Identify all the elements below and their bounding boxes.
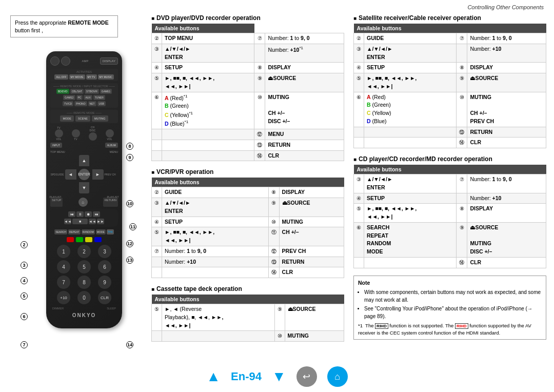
cassette-header: Available buttons	[152, 295, 344, 304]
row-label: SETUP	[162, 217, 269, 227]
callout-5: 5	[21, 292, 28, 300]
note-list: With some components, certain buttons ma…	[358, 288, 542, 320]
row-num: ⑧	[254, 63, 265, 73]
vcr-section-title: VCR/PVR operation	[151, 168, 344, 175]
table-row: ⑭ CLR	[354, 257, 546, 268]
callout-13: 13	[126, 257, 133, 264]
row-num: ⑫	[254, 129, 265, 140]
row-label: ⏏SOURCE	[467, 73, 546, 92]
table-row: ⑥ A (Red) B (Green) C (Yellow) D (Blue) …	[354, 92, 546, 127]
callout-10: 10	[126, 200, 133, 207]
row-label: DISPLAY	[467, 204, 546, 223]
row-num: ⑨	[268, 198, 279, 217]
row-label: CLR	[265, 150, 344, 161]
back-button[interactable]: ↩	[296, 366, 317, 387]
row-label: Number: +10	[467, 193, 546, 204]
row-label	[254, 44, 265, 63]
table-row: ⑤ ►, ■■, ■, ◄◄, ►►, ◄◄, ►►| ⑨ ⏏SOURCE	[152, 73, 344, 92]
row-label: ►, ■■, ■, ◄◄, ►►,◄◄, ►►|	[364, 204, 457, 223]
table-row: ⑬ RETURN	[354, 127, 546, 138]
row-num: ②	[354, 33, 364, 44]
row-label: Number: 1 to 9, 0	[467, 33, 546, 44]
row-num: ②	[152, 187, 162, 198]
row-num: ③	[354, 174, 364, 193]
row-num: ⑥	[152, 92, 162, 129]
row-label: RETURN	[265, 140, 344, 150]
row-num: ⑭	[457, 138, 467, 148]
callout-9: 9	[126, 154, 133, 161]
row-num: ⑦	[457, 174, 467, 193]
row-label: TOP MENU	[162, 33, 254, 44]
table-row: ⑬ RETURN	[152, 140, 344, 150]
cassette-section: Cassette tape deck operation Available b…	[151, 285, 344, 342]
row-label: SETUP	[364, 193, 457, 204]
prev-page-arrow[interactable]: ▲	[206, 368, 221, 385]
cassette-table: Available buttons ⑤ ►, ◄ (Reverse Playba…	[151, 295, 344, 342]
note-title: Note	[358, 279, 542, 287]
row-num: ⑭	[254, 150, 265, 161]
row-num: ⑩	[457, 92, 467, 127]
row-num: ⑧	[457, 204, 467, 223]
row-num: ⑫	[268, 246, 279, 257]
dvd-section: DVD player/DVD recorder operation Availa…	[151, 14, 344, 161]
remote-control-area: AMP DISPLAY ACTIVITIES ALL OFF MY MOVIE …	[15, 51, 138, 354]
cd-header: Available buttons	[354, 165, 546, 174]
row-label: Number: +10	[162, 257, 269, 267]
row-label: DISPLAY	[265, 63, 344, 73]
table-row: ⑤ ►, ■■, ■, ◄◄, ►►,◄◄, ►►| ⑨ ⏏SOURCE	[354, 73, 546, 92]
table-row: ④ SETUP ⑩ MUTING	[152, 217, 344, 227]
row-num: ⑤	[152, 304, 162, 331]
row-label: ►, ■■, ■, ◄◄, ►►,◄◄, ►►|	[364, 73, 457, 92]
callout-3: 3	[21, 262, 28, 269]
row-num: ⑬	[268, 257, 279, 267]
table-row: ② TOP MENU ⑦ Number: 1 to 9, 0	[152, 33, 344, 44]
row-label: ►, ■■, ■, ◄◄, ►►,◄◄, ►►|	[162, 227, 269, 246]
row-label: RETURN	[279, 257, 344, 267]
row-label: MUTING	[279, 217, 344, 227]
callout-6: 6	[21, 313, 28, 320]
row-label: Number: 1 to 9, 0	[162, 246, 269, 257]
row-num: ⑥	[354, 92, 364, 127]
row-num: ③	[354, 44, 364, 63]
row-num: ⑤	[152, 227, 162, 246]
row-num: ⑨	[254, 73, 265, 92]
row-label: CLR	[467, 138, 546, 148]
row-num: ⑧	[268, 187, 279, 198]
row-num: ⑨	[457, 222, 467, 257]
row-label: ⏏SOURCE	[285, 304, 344, 331]
row-label: ▲/▼/◄/►ENTER	[364, 174, 457, 193]
table-row: ⑤ ►, ◄ (Reverse Playback), ■, ◄◄, ►►, ◄◄…	[152, 304, 344, 331]
row-num: ③	[152, 44, 162, 63]
row-label: ▲/▼/◄/► ENTER	[162, 44, 254, 63]
display-button[interactable]: DISPLAY	[100, 57, 118, 65]
note-item-1: With some components, certain buttons ma…	[364, 288, 542, 304]
row-num: ⑬	[457, 127, 467, 138]
next-page-arrow[interactable]: ▼	[272, 368, 286, 385]
table-row: ⑭ CLR	[354, 138, 546, 148]
page-number: En-94	[231, 370, 262, 383]
row-label: ⏏SOURCE	[265, 73, 344, 92]
row-label: RETURN	[467, 127, 546, 138]
right-column: Satellite receiver/Cable receiver operat…	[353, 14, 546, 349]
row-label: A (Red) B (Green) C (Yellow) D (Blue)	[364, 92, 457, 127]
row-label: CLR	[279, 267, 344, 278]
callout-8: 8	[126, 143, 133, 150]
row-label: Number: 1 to 9, 0	[467, 174, 546, 193]
table-row: ③ ▲/▼/◄/►ENTER ⑨ ⏏SOURCE	[152, 198, 344, 217]
row-num: ⑩	[268, 217, 279, 227]
cd-section: CD player/CD recorder/MD recorder operat…	[353, 155, 546, 268]
row-num: ②	[152, 33, 162, 44]
row-label: GUIDE	[364, 33, 457, 44]
vcr-table: Available buttons ② GUIDE ⑧ DISPLAY ③ ▲/…	[151, 178, 344, 278]
table-row: ⑤ ►, ■■, ■, ◄◄, ►►,◄◄, ►►| ⑪ CH +/–	[152, 227, 344, 246]
row-label: MUTING	[285, 331, 344, 342]
remote-mode-note: Press the appropriate REMOTE MODE button…	[10, 15, 113, 42]
row-num: ⑤	[152, 73, 162, 92]
row-num: ④	[354, 193, 364, 204]
home-button[interactable]: ⌂	[327, 366, 348, 387]
table-row: ⑤ ►, ■■, ■, ◄◄, ►►,◄◄, ►►| ⑧ DISPLAY	[354, 204, 546, 223]
row-label: GUIDE	[162, 187, 269, 198]
satellite-section: Satellite receiver/Cable receiver operat…	[353, 14, 546, 148]
row-label: ▲/▼/◄/►ENTER	[364, 44, 457, 63]
row-label: Number: +10	[467, 44, 546, 63]
